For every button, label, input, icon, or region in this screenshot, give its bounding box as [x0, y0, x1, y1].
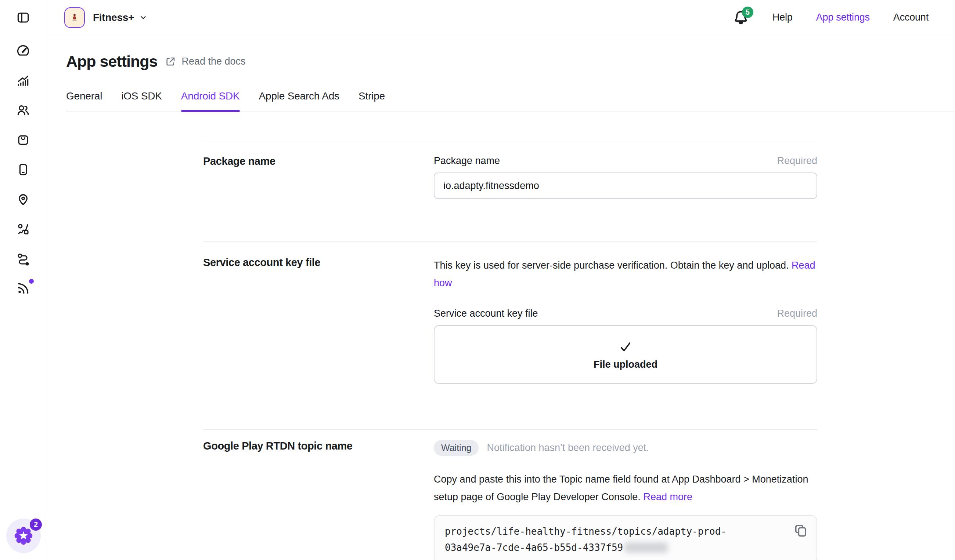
funnel-route-icon[interactable]	[16, 251, 30, 266]
waiting-status-badge: Waiting	[434, 440, 479, 456]
placements-pin-icon[interactable]	[16, 192, 30, 207]
top-right-nav: 5 Help App settings Account	[733, 9, 928, 26]
page-title-row: App settings Read the docs	[66, 53, 955, 70]
dashboard-gauge-icon[interactable]	[16, 43, 30, 58]
nav-help[interactable]: Help	[772, 12, 793, 23]
nav-app-settings[interactable]: App settings	[816, 12, 870, 23]
waiting-status-note: Notification hasn’t been received yet.	[487, 442, 649, 454]
tab-stripe[interactable]: Stripe	[359, 90, 385, 111]
settings-tabs: General iOS SDK Android SDK Apple Search…	[66, 90, 955, 112]
analytics-chart-icon[interactable]	[16, 73, 30, 88]
tab-general[interactable]: General	[66, 90, 102, 111]
app-name: Fitness+	[93, 12, 134, 23]
app-root: 2 Fitness+ 5	[0, 0, 955, 560]
section-service-account-key: Service account key file This key is use…	[203, 242, 817, 429]
section-heading-service-account: Service account key file	[203, 256, 434, 268]
sidebar: 2	[0, 0, 46, 560]
package-name-input[interactable]	[434, 173, 817, 199]
section-heading-package-name: Package name	[203, 155, 434, 167]
section-rtdn-topic: Google Play RTDN topic name Waiting Noti…	[203, 429, 817, 560]
redacted-text	[625, 542, 668, 553]
read-the-docs-link[interactable]: Read the docs	[182, 56, 245, 67]
tab-apple-search-ads[interactable]: Apple Search Ads	[259, 90, 340, 111]
app-logo[interactable]	[64, 7, 85, 28]
copy-icon[interactable]	[793, 523, 808, 538]
rtdn-description: Copy and paste this into the Topic name …	[434, 471, 817, 506]
event-feed-rss-icon[interactable]	[16, 281, 30, 296]
topic-name-line-2: 03a49e7a-7cde-4a65-b55d-4337f59	[445, 542, 623, 553]
rtdn-topic-code-box: projects/life-healthy-fitness/topics/ada…	[434, 515, 817, 560]
external-link-icon	[164, 56, 176, 67]
nav-account[interactable]: Account	[893, 12, 928, 23]
sdk-device-icon[interactable]	[16, 162, 30, 177]
chevron-down-icon[interactable]	[139, 14, 147, 22]
feed-notification-dot	[29, 279, 34, 284]
notifications-count-badge: 5	[742, 6, 753, 18]
notifications-bell-icon[interactable]: 5	[733, 9, 749, 26]
page-title: App settings	[66, 53, 157, 70]
topic-name-line-1: projects/life-healthy-fitness/topics/ada…	[445, 523, 776, 540]
main-content: App settings Read the docs General iOS S…	[47, 36, 955, 560]
users-icon[interactable]	[16, 103, 30, 117]
meditating-person-icon	[69, 12, 80, 23]
tab-ios-sdk[interactable]: iOS SDK	[121, 90, 162, 111]
service-account-required-label: Required	[777, 308, 817, 319]
settings-sections: Package name Package name Required Servi…	[203, 141, 817, 560]
check-icon	[618, 339, 633, 354]
key-file-upload-dropzone[interactable]: File uploaded	[434, 325, 817, 384]
whats-new-button[interactable]: 2	[6, 518, 41, 553]
top-bar: Fitness+ 5 Help App settings Account	[47, 0, 955, 35]
read-more-link[interactable]: Read more	[643, 491, 692, 502]
service-account-description: This key is used for server-side purchas…	[434, 256, 817, 292]
tab-android-sdk[interactable]: Android SDK	[181, 90, 240, 111]
file-uploaded-status: File uploaded	[593, 359, 658, 370]
section-heading-rtdn: Google Play RTDN topic name	[203, 440, 434, 452]
ab-test-percent-icon[interactable]	[16, 222, 30, 236]
service-account-field-label: Service account key file	[434, 308, 538, 319]
package-name-field-label: Package name	[434, 155, 500, 167]
package-name-required-label: Required	[777, 155, 817, 167]
section-package-name: Package name Package name Required	[203, 141, 817, 242]
panel-toggle-icon[interactable]	[16, 10, 30, 25]
whats-new-count-badge: 2	[30, 518, 42, 530]
paywalls-bag-icon[interactable]	[16, 133, 30, 147]
